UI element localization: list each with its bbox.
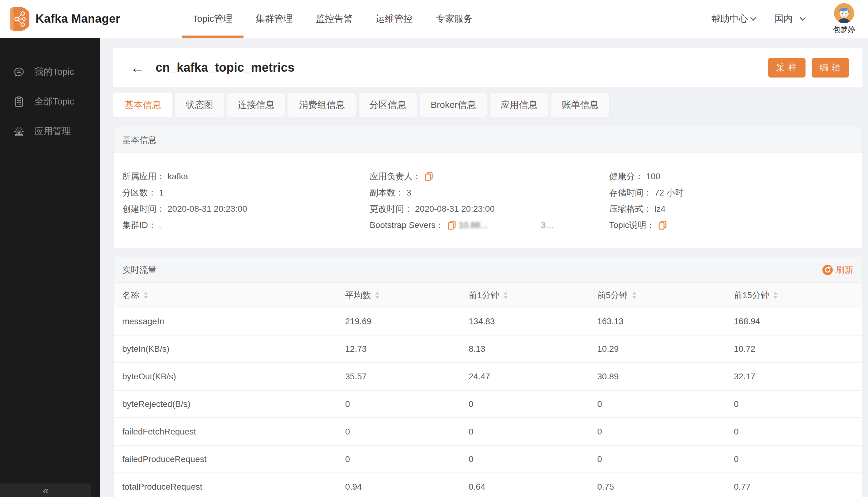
nav-item-topic[interactable]: Topic管理: [181, 0, 244, 38]
alarm-icon: [13, 125, 25, 138]
realtime-title: 实时流量: [122, 264, 157, 276]
tab-basic-info[interactable]: 基本信息: [113, 93, 172, 117]
page-title: cn_kafka_topic_metrics: [156, 61, 295, 74]
field-partition-count: 分区数： 1: [122, 187, 370, 199]
sidebar-item-app-management[interactable]: 应用管理: [0, 116, 100, 146]
main-nav: Topic管理 集群管理 监控告警 运维管控 专家服务: [181, 0, 484, 38]
topic-header: ← cn_kafka_topic_metrics 采 样 编 辑: [113, 48, 863, 87]
col-header-last1min: 前1分钟: [468, 289, 597, 301]
col-header-avg: 平均数: [345, 289, 468, 301]
basic-info-panel-header: 基本信息: [114, 127, 862, 153]
realtime-traffic-panel: 实时流量 刷新 名称 平均数 前1分钟: [113, 257, 863, 497]
field-app-principal: 应用负责人：: [370, 171, 609, 182]
field-bootstrap-servers: Bootstrap Severs： 10.88… 3…: [370, 219, 609, 231]
nav-item-monitor[interactable]: 监控告警: [304, 0, 364, 38]
chevron-down-icon: [800, 15, 806, 21]
chat-bubble-icon: [13, 66, 25, 78]
metrics-table-header: 名称 平均数 前1分钟 前5分钟 前15分钟: [114, 283, 862, 308]
col-header-last15min: 前15分钟: [734, 289, 862, 301]
tab-app-info[interactable]: 应用信息: [489, 93, 548, 117]
tab-consumer-group-info[interactable]: 消费组信息: [288, 93, 356, 117]
sidebar-item-label: 全部Topic: [34, 95, 74, 108]
col-header-name: 名称: [122, 289, 345, 301]
tab-broker-info[interactable]: Broker信息: [420, 93, 487, 117]
sample-button[interactable]: 采 样: [768, 58, 806, 77]
table-row: messageIn 219.69 134.83 163.13 168.94: [114, 308, 862, 336]
sort-control[interactable]: [375, 292, 379, 299]
collapse-icon: «: [43, 485, 49, 496]
table-row: byteRejected(B/s) 0 0 0 0: [114, 391, 862, 418]
copy-icon[interactable]: [424, 172, 433, 181]
field-modify-time: 更改时间： 2020-08-31 20:23:00: [370, 203, 609, 215]
sort-control[interactable]: [773, 292, 778, 299]
basic-info-panel: 基本信息 所属应用： kafka 应用负责人： 健康分： 100 分区数： 1: [113, 127, 863, 248]
sort-control[interactable]: [504, 292, 508, 299]
kafka-manager-logo-icon: [8, 5, 29, 33]
field-cluster-id: 集群ID： .: [122, 219, 370, 231]
tab-connection-info[interactable]: 连接信息: [227, 93, 286, 117]
sort-control[interactable]: [632, 292, 636, 299]
nav-item-ops[interactable]: 运维管控: [364, 0, 424, 38]
table-row: totalProduceRequest 0.94 0.64 0.75 0.77: [114, 473, 862, 497]
clipboard-icon: [13, 96, 25, 108]
col-header-last5min: 前5分钟: [597, 289, 734, 301]
tab-partition-info[interactable]: 分区信息: [358, 93, 417, 117]
region-label: 国内: [774, 13, 793, 25]
user-menu[interactable]: 包梦婷: [833, 3, 855, 34]
field-owner-app: 所属应用： kafka: [122, 171, 370, 182]
help-center-menu[interactable]: 帮助中心: [711, 13, 755, 25]
copy-icon[interactable]: [658, 220, 667, 230]
basic-info-title: 基本信息: [122, 134, 157, 146]
sidebar-item-my-topic[interactable]: 我的Topic: [0, 57, 100, 87]
field-replica-count: 副本数： 3: [370, 187, 609, 199]
sidebar: 我的Topic 全部Topic: [0, 38, 100, 497]
help-center-label: 帮助中心: [711, 13, 748, 25]
nav-item-expert[interactable]: 专家服务: [424, 0, 484, 38]
field-health-score: 健康分： 100: [609, 171, 862, 182]
refresh-button[interactable]: 刷新: [822, 264, 853, 276]
field-topic-description: Topic说明：: [609, 219, 862, 231]
field-create-time: 创建时间： 2020-08-31 20:23:00: [122, 203, 370, 215]
sidebar-collapse-button[interactable]: «: [0, 484, 91, 497]
sidebar-item-label: 我的Topic: [34, 66, 74, 78]
back-arrow-icon[interactable]: ←: [130, 61, 145, 75]
top-navbar: Kafka Manager Topic管理 集群管理 监控告警 运维管控 专家服…: [0, 0, 868, 38]
table-row: byteOut(KB/s) 35.57 24.47 30.89 32.17: [114, 363, 862, 391]
sort-control[interactable]: [144, 292, 148, 299]
table-row: failedFetchRequest 0 0 0 0: [114, 418, 862, 446]
refresh-label: 刷新: [836, 264, 853, 276]
tab-bill-info[interactable]: 账单信息: [551, 93, 609, 117]
copy-icon[interactable]: [447, 220, 457, 230]
table-row: byteIn(KB/s) 12.73 8.13 10.29 10.72: [114, 336, 862, 363]
title-actions: 采 样 编 辑: [768, 58, 849, 77]
region-menu[interactable]: 国内: [774, 13, 805, 25]
sidebar-item-label: 应用管理: [34, 125, 71, 138]
edit-button[interactable]: 编 辑: [812, 58, 849, 77]
field-compression: 压缩格式： lz4: [609, 203, 862, 215]
table-row: failedProduceRequest 0 0 0 0: [114, 446, 862, 473]
navbar-right: 帮助中心 国内 包梦婷: [711, 3, 855, 34]
sidebar-item-all-topic[interactable]: 全部Topic: [0, 87, 100, 116]
username: 包梦婷: [833, 25, 855, 34]
main-content: ← cn_kafka_topic_metrics 采 样 编 辑 基本信息 状态…: [113, 48, 863, 497]
chevron-down-icon: [750, 15, 756, 21]
basic-info-fields: 所属应用： kafka 应用负责人： 健康分： 100 分区数： 1 副本数： …: [114, 153, 862, 248]
topic-tabs: 基本信息 状态图 连接信息 消费组信息 分区信息 Broker信息 应用信息 账…: [113, 93, 863, 117]
refresh-icon: [822, 265, 833, 275]
nav-item-cluster[interactable]: 集群管理: [244, 0, 304, 38]
avatar: [834, 3, 854, 23]
field-retention-time: 存储时间： 72 小时: [609, 187, 862, 199]
tab-status-chart[interactable]: 状态图: [175, 93, 224, 117]
realtime-panel-header: 实时流量 刷新: [114, 257, 862, 283]
app-title: Kafka Manager: [35, 12, 120, 26]
